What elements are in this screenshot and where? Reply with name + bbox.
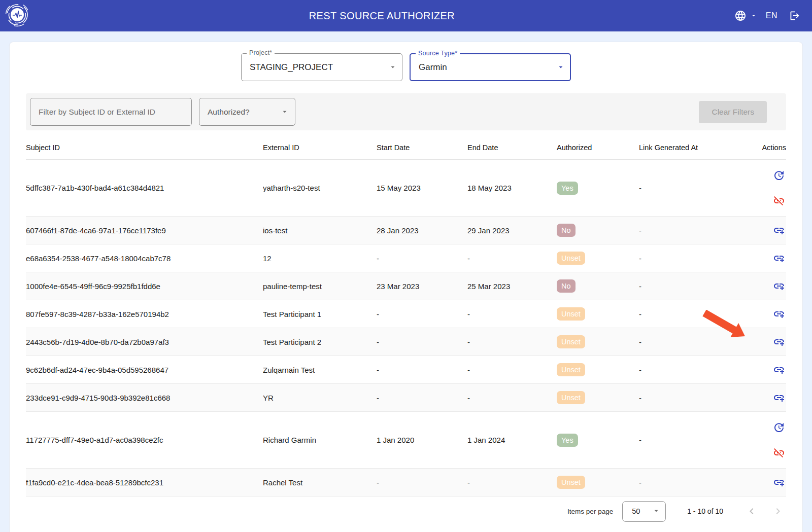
add-link-button[interactable] — [773, 224, 785, 236]
link-generated-cell: - — [639, 226, 735, 235]
source-selects-row: Project* STAGING_PROJECT Source Type* Ga… — [10, 42, 802, 81]
start-date-cell: 28 Jan 2023 — [377, 226, 467, 235]
link-generated-cell: - — [639, 478, 735, 487]
link-plus-icon — [773, 364, 785, 376]
external-id-cell: ios-test — [263, 226, 377, 235]
add-link-button[interactable] — [773, 476, 785, 488]
subject-id-cell: e68a6354-2538-4677-a548-18004cab7c78 — [26, 254, 263, 263]
refresh-auth-button[interactable] — [773, 169, 785, 182]
unlink-button[interactable] — [773, 195, 785, 207]
broken-link-icon — [773, 195, 785, 207]
external-id-cell: Zulqarnain Test — [263, 366, 377, 374]
authorized-cell: No — [557, 279, 639, 293]
clear-filters-button[interactable]: Clear Filters — [699, 101, 767, 123]
chevron-right-icon — [772, 505, 784, 517]
authorized-cell: Yes — [557, 434, 639, 447]
authorized-filter-select[interactable]: Authorized? — [199, 98, 295, 126]
external-id-cell: yatharth-s20-test — [263, 184, 377, 192]
table-body: 5dffc387-7a1b-430f-bad4-a61c384d4821 yat… — [26, 160, 786, 496]
authorizations-table: Subject IDExternal IDStart DateEnd DateA… — [26, 135, 786, 496]
items-per-page-value: 50 — [632, 507, 653, 515]
status-badge: Unset — [557, 307, 585, 321]
caret-down-icon — [653, 509, 659, 513]
previous-page-button[interactable] — [746, 505, 758, 517]
external-id-cell: Rachel Test — [263, 478, 377, 487]
page-title: REST SOURCE AUTHORIZER — [29, 10, 734, 22]
app-logo-icon — [5, 3, 29, 29]
start-date-cell: - — [377, 310, 467, 318]
subject-id-cell: 5dffc387-7a1b-430f-bad4-a61c384d4821 — [26, 184, 263, 192]
clock-refresh-icon — [773, 169, 785, 182]
link-generated-cell: - — [639, 394, 735, 402]
logout-icon — [788, 10, 800, 22]
column-header: Link Generated At — [639, 144, 735, 152]
start-date-cell: - — [377, 366, 467, 374]
link-plus-icon — [773, 224, 785, 236]
table-header-row: Subject IDExternal IDStart DateEnd DateA… — [26, 135, 786, 160]
clock-refresh-icon — [773, 421, 785, 434]
source-type-select[interactable]: Source Type* Garmin — [410, 53, 571, 81]
status-badge: Unset — [557, 476, 585, 489]
project-select[interactable]: Project* STAGING_PROJECT — [241, 53, 402, 81]
authorized-cell: No — [557, 224, 639, 237]
refresh-auth-button[interactable] — [773, 421, 785, 434]
authorized-cell: Unset — [557, 335, 639, 348]
link-plus-icon — [773, 336, 785, 348]
column-header: Start Date — [377, 144, 467, 152]
table-row: 1000fe4e-6545-49ff-96c9-9925fb1fdd6e pau… — [26, 272, 786, 300]
language-menu-button[interactable] — [734, 10, 757, 22]
table-row: 5dffc387-7a1b-430f-bad4-a61c384d4821 yat… — [26, 160, 786, 217]
subject-id-cell: 807fe597-8c39-4287-b33a-162e570194b2 — [26, 310, 263, 318]
unlink-button[interactable] — [773, 447, 785, 459]
project-label: Project* — [247, 49, 275, 56]
actions-cell — [735, 224, 786, 236]
end-date-cell: 29 Jan 2023 — [467, 226, 557, 235]
status-badge: No — [557, 279, 576, 293]
external-id-cell: Richard Garmin — [263, 436, 377, 444]
status-badge: Unset — [557, 391, 585, 404]
add-link-button[interactable] — [773, 392, 785, 404]
authorized-cell: Yes — [557, 182, 639, 195]
link-plus-icon — [773, 476, 785, 488]
actions-cell — [735, 169, 786, 207]
actions-cell — [735, 392, 786, 404]
status-badge: Unset — [557, 252, 585, 265]
start-date-cell: - — [377, 254, 467, 263]
link-generated-cell: - — [639, 184, 735, 192]
end-date-cell: - — [467, 310, 557, 318]
link-generated-cell: - — [639, 366, 735, 374]
table-row: 11727775-dff7-49e0-a1d7-ac0a398ce2fc Ric… — [26, 412, 786, 469]
chevron-left-icon — [746, 505, 758, 517]
actions-cell — [735, 476, 786, 488]
subject-id-cell: 607466f1-87de-4ca6-97a1-176ce1173fe9 — [26, 226, 263, 235]
end-date-cell: - — [467, 366, 557, 374]
column-header: Authorized — [557, 144, 639, 152]
external-id-cell: YR — [263, 394, 377, 402]
add-link-button[interactable] — [773, 364, 785, 376]
subject-id-cell: 2443c56b-7d19-4d0e-8b70-da72b0a97af3 — [26, 338, 263, 346]
subject-id-cell: 9c62b6df-ad24-47ec-9b4a-05d595268647 — [26, 366, 263, 374]
logout-button[interactable] — [788, 10, 800, 22]
link-plus-icon — [773, 280, 785, 292]
external-id-cell: pauline-temp-test — [263, 282, 377, 291]
subject-id-cell: f1fa9cd0-e21c-4dea-bea8-51289bcfc231 — [26, 478, 263, 487]
start-date-cell: 23 Mar 2023 — [377, 282, 467, 291]
start-date-cell: - — [377, 338, 467, 346]
items-per-page-select[interactable]: 50 — [622, 501, 666, 522]
authorized-cell: Unset — [557, 307, 639, 321]
status-badge: Unset — [557, 335, 585, 348]
table-row: f1fa9cd0-e21c-4dea-bea8-51289bcfc231 Rac… — [26, 469, 786, 496]
actions-cell — [735, 280, 786, 292]
column-header: Actions — [735, 144, 786, 152]
add-link-button[interactable] — [773, 280, 785, 292]
table-row: 9c62b6df-ad24-47ec-9b4a-05d595268647 Zul… — [26, 356, 786, 384]
add-link-button[interactable] — [773, 308, 785, 320]
add-link-button[interactable] — [773, 336, 785, 348]
source-type-value: Garmin — [419, 62, 558, 73]
table-row: 607466f1-87de-4ca6-97a1-176ce1173fe9 ios… — [26, 217, 786, 244]
add-link-button[interactable] — [773, 252, 785, 264]
subject-id-cell: 1000fe4e-6545-49ff-96c9-9925fb1fdd6e — [26, 282, 263, 291]
filter-input[interactable] — [30, 98, 192, 126]
next-page-button[interactable] — [772, 505, 784, 517]
actions-cell — [735, 364, 786, 376]
